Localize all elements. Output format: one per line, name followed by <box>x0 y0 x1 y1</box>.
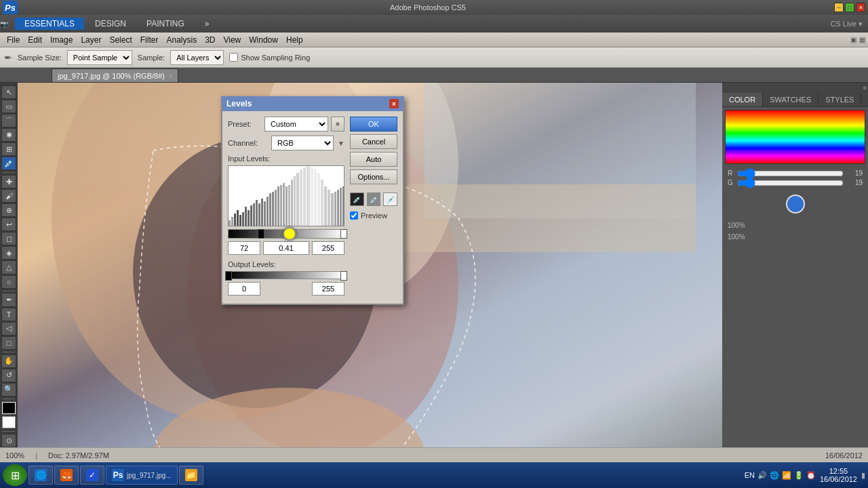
foreground-color[interactable] <box>2 402 16 414</box>
svg-rect-26 <box>277 186 279 226</box>
green-slider[interactable] <box>737 180 844 186</box>
cancel-button[interactable]: Cancel <box>350 134 397 149</box>
menu-analysis[interactable]: Analysis <box>162 35 201 45</box>
tab-styles[interactable]: STYLES <box>818 93 861 106</box>
input-mid-field[interactable]: 0.41 <box>263 241 309 255</box>
tool-eyedropper[interactable]: 💉 <box>1 157 16 170</box>
menu-window[interactable]: Window <box>245 35 282 45</box>
clock[interactable]: 12:55 16/06/2012 <box>820 467 857 483</box>
tool-eraser[interactable]: ◻ <box>1 232 16 245</box>
tool-lasso[interactable]: ⌒ <box>1 114 16 127</box>
menu-image[interactable]: Image <box>46 35 77 45</box>
taskbar-firefox[interactable]: 🦊 <box>54 466 79 485</box>
taskbar-explorer[interactable]: 📁 <box>179 466 203 485</box>
tool-quick-select[interactable]: ✱ <box>1 128 16 142</box>
start-button[interactable]: ⊞ <box>3 464 27 486</box>
show-ring-toggle[interactable]: Show Sampling Ring <box>229 53 310 62</box>
tool-crop[interactable]: ⊞ <box>1 142 16 156</box>
canvas-area[interactable]: Levels × Preset: Custom ≡ <box>18 83 722 447</box>
menu-file[interactable]: File <box>3 35 24 45</box>
gray-eyedropper[interactable]: 💉 <box>367 192 381 206</box>
panel-collapse[interactable]: « <box>722 83 868 93</box>
tool-rotate-view[interactable]: ↺ <box>1 369 16 382</box>
maximize-button[interactable]: □ <box>845 3 854 12</box>
tool-shape[interactable]: □ <box>1 336 16 350</box>
cs-live-button[interactable]: CS Live ▾ <box>830 20 863 28</box>
tab-swatches[interactable]: SWATCHES <box>763 93 818 106</box>
output-low-field[interactable]: 0 <box>228 282 260 296</box>
workspace-painting[interactable]: PAINTING <box>137 18 194 30</box>
sample-select[interactable]: All Layers <box>170 50 224 65</box>
tray-signal-icon[interactable]: 📶 <box>782 471 791 480</box>
black-eyedropper[interactable]: 💉 <box>350 192 364 206</box>
sample-size-select[interactable]: Point Sample <box>67 50 132 65</box>
menu-help[interactable]: Help <box>282 35 307 45</box>
tool-zoom[interactable]: 🔍 <box>1 383 16 396</box>
input-low-field[interactable]: 72 <box>228 241 260 255</box>
midtone-handle-yellow[interactable] <box>283 227 296 241</box>
options-button[interactable]: Options... <box>350 169 397 184</box>
tray-time-icon[interactable]: ⏰ <box>806 471 816 480</box>
tool-path-select[interactable]: ◁ <box>1 322 16 336</box>
workspace-more[interactable]: » <box>195 18 219 30</box>
color-spectrum[interactable] <box>725 110 865 164</box>
input-levels-slider[interactable] <box>228 229 344 239</box>
preset-select[interactable]: Custom <box>264 117 328 131</box>
white-eyedropper[interactable]: 💉 <box>383 192 397 206</box>
document-tab[interactable]: jpg_9717.jpg @ 100% (RGB/8#) × <box>52 68 178 82</box>
output-high-handle[interactable] <box>340 271 347 281</box>
taskbar-photoshop[interactable]: Ps jpg_9717.jpg... <box>106 466 178 485</box>
tool-brush[interactable]: 🖌 <box>1 189 16 203</box>
tool-gradient[interactable]: ◈ <box>1 246 16 260</box>
tool-heal[interactable]: ✚ <box>1 175 16 188</box>
close-button[interactable]: ✕ <box>856 3 865 12</box>
tool-hand[interactable]: ✋ <box>1 354 16 368</box>
taskbar-task[interactable]: ✓ <box>80 466 104 485</box>
output-levels-slider[interactable] <box>228 271 344 279</box>
white-point-handle[interactable] <box>340 229 347 239</box>
ok-button[interactable]: OK <box>350 117 397 131</box>
menu-layer[interactable]: Layer <box>77 35 105 45</box>
tool-dodge[interactable]: ○ <box>1 275 16 289</box>
mode-toggle: ▣ <box>850 36 856 43</box>
background-color[interactable] <box>2 416 16 428</box>
menu-edit[interactable]: Edit <box>24 35 46 45</box>
taskbar-right: EN 🔊 🌐 📶 🔋 ⏰ 12:55 16/06/2012 ▮ <box>745 467 865 483</box>
tray-network-icon[interactable]: 🌐 <box>770 471 779 480</box>
output-high-field[interactable]: 255 <box>312 282 344 296</box>
tab-color[interactable]: COLOR <box>722 93 763 106</box>
output-low-handle[interactable] <box>225 271 232 281</box>
black-point-handle[interactable] <box>258 229 264 239</box>
tool-history-brush[interactable]: ↩ <box>1 218 16 231</box>
document-tab-close[interactable]: × <box>169 73 172 79</box>
tray-battery-icon[interactable]: 🔋 <box>794 471 804 480</box>
minimize-button[interactable]: ─ <box>834 3 844 12</box>
tool-blur[interactable]: △ <box>1 260 16 274</box>
show-ring-checkbox[interactable] <box>229 53 238 62</box>
dialog-close-button[interactable]: × <box>389 99 399 108</box>
svg-rect-11 <box>237 210 239 226</box>
active-color-swatch[interactable] <box>786 195 805 214</box>
tool-clone[interactable]: ⊕ <box>1 203 16 217</box>
tool-text[interactable]: T <box>1 308 16 321</box>
tray-volume-icon[interactable]: 🔊 <box>757 471 767 480</box>
tool-move[interactable]: ↖ <box>1 85 16 99</box>
workspace-design[interactable]: DESIGN <box>85 18 136 30</box>
tool-pen[interactable]: ✒ <box>1 293 16 306</box>
show-desktop-button[interactable]: ▮ <box>861 471 865 480</box>
taskbar-ie[interactable]: 🌐 <box>28 466 53 485</box>
menu-view[interactable]: View <box>219 35 245 45</box>
input-high-field[interactable]: 255 <box>312 241 344 255</box>
preview-checkbox[interactable] <box>350 211 358 220</box>
workspace-essentials[interactable]: ESSENTIALS <box>15 18 84 30</box>
menu-select[interactable]: Select <box>105 35 136 45</box>
ie-icon: 🌐 <box>35 469 47 481</box>
preset-options-button[interactable]: ≡ <box>331 117 344 131</box>
tool-mask[interactable]: ⊙ <box>1 434 16 447</box>
auto-button[interactable]: Auto <box>350 152 397 167</box>
menu-filter[interactable]: Filter <box>136 35 163 45</box>
red-slider[interactable] <box>737 171 844 176</box>
menu-3d[interactable]: 3D <box>201 35 219 45</box>
tool-marquee[interactable]: ▭ <box>1 100 16 113</box>
channel-select[interactable]: RGB <box>271 136 334 150</box>
